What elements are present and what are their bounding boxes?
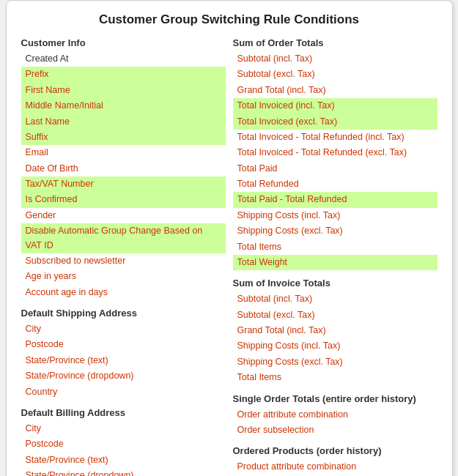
list-item[interactable]: Shipping Costs (excl. Tax) <box>233 223 437 239</box>
list-item[interactable]: First Name <box>21 83 226 98</box>
list-item[interactable]: Email <box>21 145 226 160</box>
list-item[interactable]: Middle Name/Initial <box>21 98 226 114</box>
section-title: Default Shipping Address <box>21 308 226 319</box>
list-item[interactable]: Country <box>21 384 226 400</box>
list-item[interactable]: Total Invoiced - Total Refunded (excl. T… <box>233 145 437 160</box>
list-item[interactable]: Subtotal (excl. Tax) <box>233 308 437 323</box>
list-item[interactable]: Total Paid - Total Refunded <box>233 192 437 207</box>
list-item[interactable]: Total Paid <box>233 161 437 176</box>
list-item[interactable]: Age in years <box>21 269 226 284</box>
section-title: Sum of Order Totals <box>233 37 437 48</box>
list-item[interactable]: Suffix <box>21 130 226 145</box>
section-title: Single Order Totals (entire order histor… <box>233 393 437 404</box>
list-item[interactable]: Total Weight <box>233 255 437 270</box>
list-item[interactable]: Is Confirmed <box>21 192 226 207</box>
list-item[interactable]: Total Invoiced (excl. Tax) <box>233 114 437 130</box>
list-item[interactable]: State/Province (text) <box>21 453 226 468</box>
list-item[interactable]: Total Invoiced (incl. Tax) <box>233 98 437 114</box>
page-title: Customer Group Switching Rule Conditions <box>21 12 437 27</box>
list-item[interactable]: Total Items <box>233 239 437 255</box>
list-item[interactable]: Subtotal (incl. Tax) <box>233 291 437 307</box>
list-item[interactable]: Total Invoiced - Total Refunded (incl. T… <box>233 130 437 145</box>
list-item[interactable]: Subscribed to newsletter <box>21 253 226 269</box>
list-item[interactable]: Subtotal (incl. Tax) <box>233 51 437 67</box>
list-item[interactable]: Total Items <box>233 370 437 385</box>
list-item[interactable]: Last Name <box>21 114 226 130</box>
list-item[interactable]: Shipping Costs (incl. Tax) <box>233 338 437 354</box>
list-item[interactable]: Order subselection <box>233 423 437 438</box>
list-item[interactable]: Date Of Birth <box>21 161 226 176</box>
list-item[interactable]: Order attribute combination <box>233 407 437 423</box>
list-item[interactable]: Shipping Costs (incl. Tax) <box>233 208 437 223</box>
list-item[interactable]: Gender <box>21 208 226 223</box>
list-item[interactable]: Account age in days <box>21 285 226 300</box>
list-item[interactable]: Postcode <box>21 337 226 352</box>
list-item[interactable]: Grand Total (incl. Tax) <box>233 323 437 338</box>
left-column: Customer InfoCreated AtPrefixFirst NameM… <box>21 37 226 476</box>
list-item[interactable]: State/Province (dropdown) <box>21 468 226 476</box>
list-item[interactable]: State/Province (dropdown) <box>21 368 226 384</box>
right-column: Sum of Order TotalsSubtotal (incl. Tax)S… <box>233 37 437 476</box>
list-item[interactable]: Product attribute combination <box>233 459 437 475</box>
section-title: Default Billing Address <box>21 407 226 418</box>
section-title: Customer Info <box>21 37 226 48</box>
list-item[interactable]: State/Province (text) <box>21 353 226 368</box>
list-item[interactable]: Shipping Costs (excl. Tax) <box>233 354 437 370</box>
list-item[interactable]: Prefix <box>21 67 226 82</box>
columns-container: Customer InfoCreated AtPrefixFirst NameM… <box>21 37 437 476</box>
list-item[interactable]: City <box>21 321 226 337</box>
list-item[interactable]: Tax/VAT Number <box>21 176 226 192</box>
list-item[interactable]: Grand Total (incl. Tax) <box>233 83 437 98</box>
list-item[interactable]: Created At <box>21 51 226 67</box>
section-title: Ordered Products (order history) <box>233 445 437 456</box>
list-item[interactable]: Disable Automatic Group Change Based on … <box>21 223 226 253</box>
list-item[interactable]: Total Refunded <box>233 176 437 192</box>
list-item[interactable]: Subtotal (excl. Tax) <box>233 67 437 82</box>
list-item[interactable]: Postcode <box>21 436 226 452</box>
main-card: Customer Group Switching Rule Conditions… <box>6 0 453 476</box>
section-title: Sum of Invoice Totals <box>233 278 437 289</box>
list-item[interactable]: City <box>21 421 226 436</box>
